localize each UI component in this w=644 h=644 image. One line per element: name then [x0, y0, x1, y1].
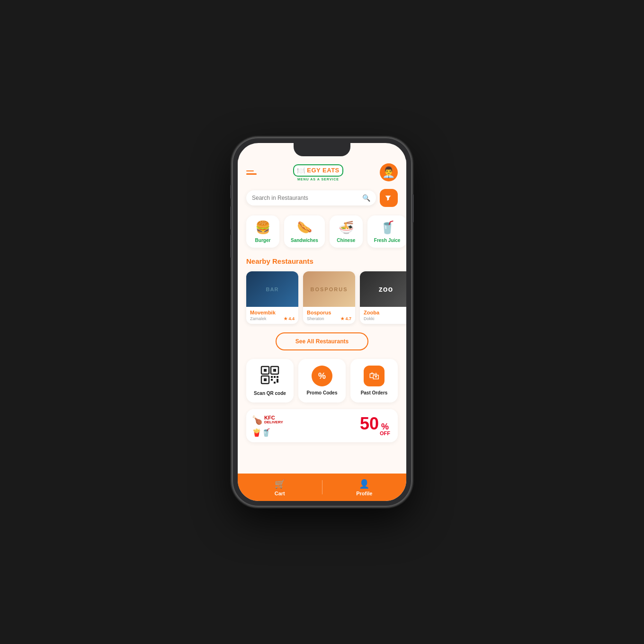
promo-discount: 50 % OFF [360, 415, 390, 436]
app-header: 🍽️ EGY EATS MENU AS A SERVICE 👨‍💼 [238, 160, 406, 185]
bosporus-name: Bosporus [307, 310, 351, 315]
notch [294, 143, 350, 156]
restaurant-bosporus[interactable]: BOSPORUS Bosporus Sheraton ★ 4.7 [303, 271, 355, 324]
filter-icon [385, 194, 393, 202]
burger-icon: 🍔 [255, 220, 270, 235]
movembik-location: Zamalek [250, 316, 267, 321]
promo-brand: 🍗 KFC DELIVERY 🍟🥤 [246, 410, 289, 442]
nearby-section-header: Nearby Restaurants [238, 252, 406, 268]
logo-badge: 🍽️ EGY EATS [293, 164, 343, 177]
juice-label: Fresh Juice [374, 238, 401, 243]
movembik-meta: Zamalek ★ 4.4 [250, 316, 295, 321]
burger-label: Burger [255, 238, 271, 243]
screen-content: 🍽️ EGY EATS MENU AS A SERVICE 👨‍💼 🔍 [238, 143, 406, 474]
restaurants-scroll: BAR Movembik Zamalek ★ 4.4 BOSPORUS [238, 268, 406, 327]
svg-rect-1 [264, 369, 267, 372]
search-box: 🔍 [246, 190, 376, 206]
bosporus-image: BOSPORUS [303, 271, 355, 307]
volume-down-button [230, 234, 232, 258]
category-fresh-juice[interactable]: 🥤 Fresh Juice [367, 215, 406, 248]
avatar[interactable]: 👨‍💼 [380, 163, 398, 181]
chinese-label: Chinese [337, 238, 355, 243]
categories-row: 🍔 Burger 🌭 Sandwiches 🍜 Chinese 🥤 Fresh … [238, 211, 406, 252]
movembik-name: Movembik [250, 310, 295, 315]
svg-rect-3 [273, 369, 276, 372]
zooba-meta: Dokki [364, 316, 406, 321]
avatar-emoji: 👨‍💼 [382, 166, 395, 179]
svg-rect-7 [274, 376, 276, 378]
phone-wrapper: 🍽️ EGY EATS MENU AS A SERVICE 👨‍💼 🔍 [232, 137, 412, 507]
power-button [412, 194, 414, 223]
svg-rect-10 [274, 382, 276, 384]
svg-rect-9 [271, 379, 273, 381]
bosporus-rating: ★ 4.7 [340, 316, 351, 321]
bosporus-location: Sheraton [307, 316, 324, 321]
sandwiches-icon: 🌭 [297, 220, 312, 235]
hamburger-line-1 [246, 170, 254, 172]
svg-rect-8 [277, 376, 278, 378]
see-all-button[interactable]: See All Restaurants [276, 332, 368, 350]
bosporus-info: Bosporus Sheraton ★ 4.7 [303, 307, 355, 324]
phone-screen: 🍽️ EGY EATS MENU AS A SERVICE 👨‍💼 🔍 [238, 143, 406, 501]
qr-icon [260, 366, 279, 387]
juice-icon: 🥤 [380, 220, 395, 235]
nav-profile[interactable]: 👤 Profile [322, 479, 407, 496]
zooba-location: Dokki [364, 316, 375, 321]
movembik-info: Movembik Zamalek ★ 4.4 [246, 307, 298, 324]
restaurant-zooba[interactable]: zoo Zooba Dokki [360, 271, 406, 324]
see-all-area: See All Restaurants [238, 327, 406, 356]
promo-label: Promo Codes [306, 390, 337, 395]
past-orders-card[interactable]: 🛍 Past Orders [350, 359, 398, 402]
filter-button[interactable] [380, 189, 398, 207]
svg-rect-5 [264, 378, 267, 381]
quick-actions: Scan QR code % Promo Codes 🛍 Past Orders [238, 356, 406, 405]
search-area: 🔍 [238, 185, 406, 211]
kfc-text: KFC DELIVERY [264, 415, 283, 424]
svg-rect-11 [277, 379, 278, 383]
promo-banner[interactable]: 🍗 KFC DELIVERY 🍟🥤 50 % OFF [246, 409, 398, 442]
promo-icon: % [312, 366, 332, 386]
kfc-logo: 🍗 KFC DELIVERY [252, 415, 283, 425]
profile-icon: 👤 [359, 479, 369, 489]
kfc-sub: DELIVERY [264, 420, 283, 424]
bottom-nav: 🛒 Cart 👤 Profile [238, 474, 406, 501]
promo-number: 50 [360, 415, 379, 432]
category-sandwiches[interactable]: 🌭 Sandwiches [284, 215, 325, 248]
chinese-icon: 🍜 [339, 220, 354, 235]
promo-codes-card[interactable]: % Promo Codes [298, 359, 346, 402]
app-tagline: MENU AS A SERVICE [297, 178, 339, 181]
spacer [238, 446, 406, 452]
app-name: EGY EATS [307, 167, 340, 174]
scan-qr-card[interactable]: Scan QR code [246, 359, 294, 402]
past-orders-icon: 🛍 [364, 366, 385, 386]
sandwiches-label: Sandwiches [291, 238, 318, 243]
logo-emoji: 🍽️ [297, 167, 305, 174]
logo: 🍽️ EGY EATS MENU AS A SERVICE [293, 164, 343, 181]
search-input[interactable] [252, 195, 359, 201]
zooba-name: Zooba [364, 310, 406, 315]
promo-food-emoji: 🍟🥤 [252, 428, 283, 437]
cart-label: Cart [275, 491, 285, 496]
movembik-rating: ★ 4.4 [284, 316, 295, 321]
restaurant-movembik[interactable]: BAR Movembik Zamalek ★ 4.4 [246, 271, 298, 324]
hamburger-line-2 [246, 173, 257, 175]
mute-button [230, 185, 232, 199]
cart-icon: 🛒 [275, 479, 285, 489]
profile-label: Profile [356, 491, 372, 496]
volume-up-button [230, 206, 232, 230]
search-icon[interactable]: 🔍 [362, 194, 370, 202]
past-orders-label: Past Orders [361, 390, 388, 395]
scan-qr-label: Scan QR code [254, 391, 286, 396]
bosporus-meta: Sheraton ★ 4.7 [307, 316, 351, 321]
svg-rect-6 [271, 376, 273, 378]
promo-off-text: % OFF [380, 422, 390, 436]
category-burger[interactable]: 🍔 Burger [246, 215, 279, 248]
nav-cart[interactable]: 🛒 Cart [238, 479, 322, 496]
zooba-info: Zooba Dokki [360, 307, 406, 324]
zooba-image: zoo [360, 271, 406, 307]
movembik-image: BAR [246, 271, 298, 307]
menu-button[interactable] [246, 170, 257, 175]
nearby-title: Nearby Restaurants [246, 257, 313, 265]
category-chinese[interactable]: 🍜 Chinese [330, 215, 363, 248]
kfc-icon: 🍗 [252, 415, 262, 425]
